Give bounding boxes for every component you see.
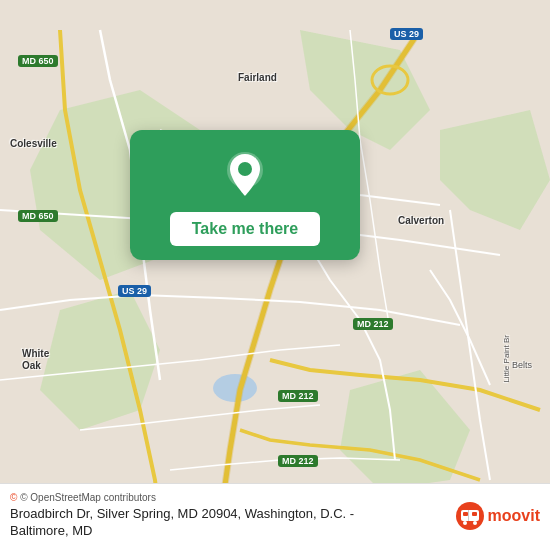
svg-point-8 [238,162,252,176]
label-little-paint: Little Paint Br [502,335,511,383]
moovit-brand-text: moovit [488,507,540,525]
svg-rect-11 [463,512,468,516]
badge-md212-right: MD 212 [353,318,393,330]
bottom-bar: © © OpenStreetMap contributors Broadbirc… [0,483,550,550]
address-text: Broadbirch Dr, Silver Spring, MD 20904, … [10,506,410,540]
label-white-oak: WhiteOak [22,348,49,372]
badge-us29-top: US 29 [390,28,423,40]
moovit-logo: moovit [456,502,540,530]
bottom-left-info: © © OpenStreetMap contributors Broadbirc… [10,492,410,540]
badge-md212-bottom: MD 212 [278,390,318,402]
moovit-bus-icon [456,502,484,530]
svg-rect-12 [472,512,477,516]
location-pin-icon [218,148,272,202]
svg-point-13 [463,521,467,525]
badge-md212-btm2: MD 212 [278,455,318,467]
take-me-there-button[interactable]: Take me there [170,212,320,246]
svg-rect-15 [468,510,469,521]
map-container: US 29 MD 650 MD 650 US 29 MD 212 MD 212 … [0,0,550,550]
badge-md650-mid: MD 650 [18,210,58,222]
label-calverton: Calverton [398,215,444,226]
svg-marker-3 [40,290,160,430]
label-colesville: Colesville [10,138,57,149]
badge-us29-mid: US 29 [118,285,151,297]
label-belts: Belts [512,360,532,370]
svg-point-14 [473,521,477,525]
label-fairland: Fairland [238,72,277,83]
card-overlay: Take me there [130,130,360,260]
badge-md650-top: MD 650 [18,55,58,67]
svg-point-5 [213,374,257,402]
openstreetmap-credit: © © OpenStreetMap contributors [10,492,410,503]
svg-marker-2 [440,110,550,230]
